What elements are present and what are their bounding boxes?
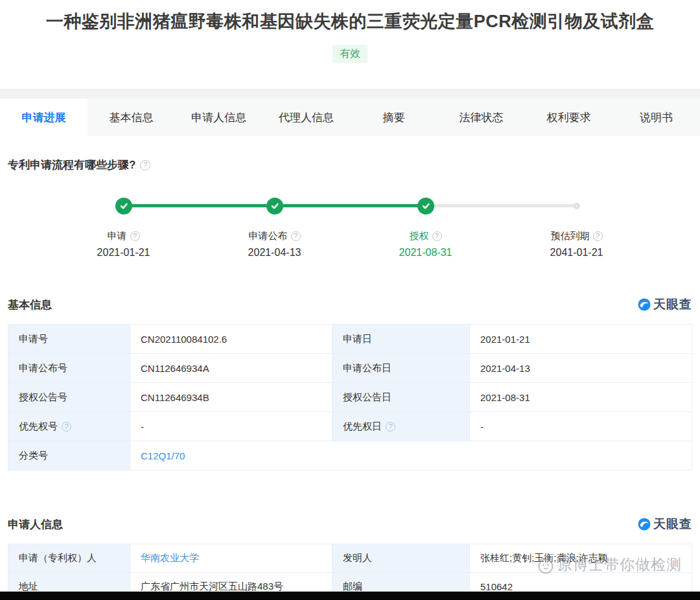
field-label: 分类号 [8,441,130,470]
tab-description[interactable]: 说明书 [612,98,700,136]
field-label: 优先权号 ? [8,412,130,441]
help-icon[interactable]: ? [62,422,71,432]
check-circle-icon [417,198,434,214]
table-row: 申请公布号 CN112646934A 申请公布日 2021-04-13 [8,354,692,383]
page-title: 一种鉴别非洲猪瘟野毒株和基因缺失株的三重荧光定量PCR检测引物及试剂盒 [0,0,700,34]
step-date: 2021-01-21 [97,247,150,259]
check-circle-icon [266,198,283,214]
timeline-step-application: 申请 ? 2021-01-21 [48,198,199,259]
check-circle-icon [115,198,132,214]
step-label: 申请公布 [249,230,288,242]
step-date: 2021-08-31 [399,247,452,259]
field-label: 优先权日 ? [332,412,470,441]
applicant-info-heading: 申请人信息 [8,517,63,532]
divider-band [0,89,700,98]
field-label: 申请号 [8,325,130,354]
field-value: CN112646934B [130,383,332,412]
field-label: 申请（专利权）人 [8,544,130,573]
tab-application-progress[interactable]: 申请进展 [0,98,88,136]
tab-abstract[interactable]: 摘要 [350,98,438,136]
table-row: 申请（专利权）人 华南农业大学 发明人 张桂红;黄钊;王衡;龚浪;许志颖 [8,544,692,573]
field-label-text: 优先权号 [19,421,58,433]
step-label: 预估到期 [551,230,590,242]
field-value: CN112646934A [130,354,332,383]
bottom-black-bar [0,592,700,600]
field-label: 申请日 [332,325,470,354]
field-value: 2021-01-21 [470,325,692,354]
tab-legal-status[interactable]: 法律状态 [438,98,525,136]
table-row: 优先权号 ? - 优先权日 ? - [8,412,692,441]
brand-name: 天眼查 [653,516,692,533]
pending-circle-icon [574,203,580,209]
progress-section-heading: 专利申请流程有哪些步骤? ? [8,157,692,172]
tianyancha-brand[interactable]: 天眼查 [638,296,692,313]
tab-bar: 申请进展 基本信息 申请人信息 代理人信息 摘要 法律状态 权利要求 说明书 [0,98,700,136]
brand-name: 天眼查 [653,296,692,313]
tab-applicant-info[interactable]: 申请人信息 [175,98,262,136]
field-value: 华南农业大学 [130,544,332,573]
applicant-info-header: 申请人信息 天眼查 [8,516,692,533]
basic-info-heading: 基本信息 [8,297,52,312]
timeline-step-estimated-expiry: 预估到期 ? 2041-01-21 [501,198,652,259]
field-value: - [130,412,332,441]
help-icon[interactable]: ? [291,231,301,241]
table-row: 授权公告号 CN112646934B 授权公告日 2021-08-31 [8,383,692,412]
field-label: 授权公告日 [332,383,470,412]
field-value: CN202110084102.6 [130,325,332,354]
status-badge: 有效 [332,45,368,63]
field-value: - [470,412,692,441]
patent-timeline: 申请 ? 2021-01-21 申请公布 ? 2021-04-13 [48,198,652,259]
step-date: 2041-01-21 [550,247,603,259]
field-label: 发明人 [332,544,470,573]
tianyancha-logo-icon [638,298,651,311]
step-label: 授权 [410,230,429,242]
step-label: 申请 [108,230,127,242]
step-date: 2021-04-13 [248,247,301,259]
progress-heading-text: 专利申请流程有哪些步骤? [8,157,135,172]
basic-info-header: 基本信息 天眼查 [8,296,692,313]
tab-claims[interactable]: 权利要求 [525,98,612,136]
tianyancha-brand[interactable]: 天眼查 [638,516,692,533]
field-label-text: 优先权日 [343,421,382,433]
field-value: 2021-08-31 [470,383,692,412]
field-value: 2021-04-13 [470,354,692,383]
table-row: 申请号 CN202110084102.6 申请日 2021-01-21 [8,325,692,354]
field-label: 授权公告号 [8,383,130,412]
applicant-link[interactable]: 华南农业大学 [141,552,199,563]
tab-basic-info[interactable]: 基本信息 [88,98,175,136]
field-value: 张桂红;黄钊;王衡;龚浪;许志颖 [470,544,692,573]
timeline-step-publication: 申请公布 ? 2021-04-13 [199,198,350,259]
help-icon[interactable]: ? [130,231,140,241]
field-label: 申请公布日 [332,354,470,383]
tianyancha-logo-icon [638,518,651,531]
help-icon[interactable]: ? [593,231,603,241]
help-icon[interactable]: ? [140,160,150,170]
help-icon[interactable]: ? [432,231,442,241]
timeline-step-granted: 授权 ? 2021-08-31 [350,198,501,259]
classification-number-link[interactable]: C12Q1/70 [141,450,185,461]
status-badge-row: 有效 [0,45,700,63]
table-row: 分类号 C12Q1/70 [8,441,692,470]
help-icon[interactable]: ? [386,422,395,432]
field-value: C12Q1/70 [130,441,692,470]
tab-agent-info[interactable]: 代理人信息 [262,98,350,136]
field-label: 申请公布号 [8,354,130,383]
basic-info-table: 申请号 CN202110084102.6 申请日 2021-01-21 申请公布… [8,324,692,470]
